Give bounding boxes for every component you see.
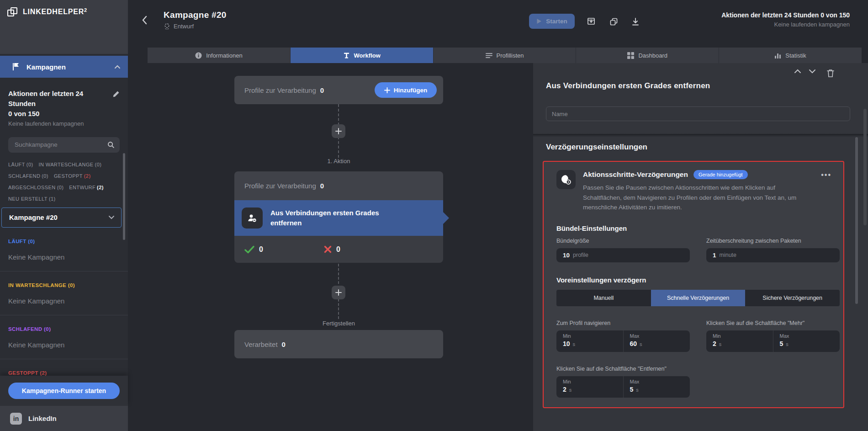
actions-summary-title: Aktionen der letzten 24 Stunden — [8, 89, 100, 109]
action-header-label: Profile zur Verarbeitung — [244, 182, 316, 190]
group-empty-text: Keine Kampagnen — [8, 297, 120, 315]
filter-warteschlange[interactable]: IN WARTESCHLANGE(0) — [39, 162, 102, 167]
workflow-canvas: Profile zur Verarbeitung 0 Hinzufügen 1.… — [234, 0, 443, 431]
navigate-profile-minmax: Min 10s Max 60s — [556, 330, 690, 352]
search-icon[interactable] — [107, 141, 115, 149]
app-logo-icon — [6, 6, 18, 18]
chevron-up-icon[interactable] — [114, 65, 121, 69]
filter-gestoppt[interactable]: GESTOPPT(2) — [54, 173, 91, 179]
selected-campaign[interactable]: Kampagne #20 — [1, 208, 122, 228]
max-input[interactable]: Max 5s — [623, 376, 690, 398]
fail-count: 0 — [336, 245, 340, 254]
filter-neu-erstellt[interactable]: NEU ERSTELLT(1) — [8, 196, 56, 202]
action-card-header: Profile zur Verarbeitung 0 — [234, 171, 443, 200]
sidebar: LINKEDHELPER2 Kampagnen Aktionen der let… — [0, 0, 128, 431]
divider — [0, 271, 128, 271]
play-icon — [536, 18, 542, 24]
header-stats-line2: Keine laufenden kampagnen — [721, 21, 850, 28]
selected-campaign-name: Kampagne #20 — [9, 213, 108, 221]
trash-icon[interactable] — [827, 69, 834, 77]
delay-card-description: Passen Sie die Pausen zwischen Aktionssc… — [583, 183, 808, 213]
move-down-icon[interactable] — [809, 69, 816, 77]
group-title: GESTOPPT (2) — [8, 370, 120, 376]
draft-status-icon — [164, 23, 170, 30]
action-name-input[interactable] — [546, 106, 850, 121]
campaign-runner-start-button[interactable]: Kampagnen-Runner starten — [8, 383, 120, 399]
add-action-button-bottom[interactable] — [332, 286, 345, 299]
logo-area: LINKEDHELPER2 — [0, 0, 128, 54]
just-added-badge: Gerade hinzugefügt — [693, 170, 748, 179]
tab-dashboard[interactable]: Dashboard — [576, 48, 719, 63]
add-action-button-top[interactable] — [332, 124, 345, 138]
window-scrollbar[interactable] — [863, 109, 867, 225]
preset-schnelle-verzoegerungen[interactable]: Schnelle Verzögerungen — [651, 290, 746, 306]
linkedin-footer[interactable]: in LinkedIn — [0, 406, 128, 431]
group-warteschlange: IN WARTESCHLANGE (0) Keine Kampagnen — [0, 282, 128, 315]
app-logo-text: LINKEDHELPER2 — [23, 8, 87, 16]
filter-entwurf[interactable]: ENTWURF(2) — [69, 185, 103, 190]
plus-icon — [384, 87, 390, 93]
success-stat[interactable]: 0 — [244, 245, 263, 254]
tab-profillisten[interactable]: Profillisten — [434, 48, 577, 63]
back-icon[interactable] — [142, 16, 148, 25]
processed-count: 0 — [282, 341, 286, 348]
actions-summary: Aktionen der letzten 24 Stunden 0 von 15… — [0, 78, 128, 127]
check-icon — [244, 245, 254, 254]
status-badge: Entwurf — [164, 23, 227, 30]
fail-stat[interactable]: 0 — [324, 245, 340, 254]
bundle-size-input[interactable]: 10 profile — [556, 248, 690, 262]
action-step-delays-card: Aktionsschritte-Verzögerungen Gerade hin… — [543, 161, 844, 408]
click-more-label: Klicken Sie auf die Schaltfläche "Mehr" — [706, 320, 840, 326]
copy-icon[interactable] — [607, 15, 620, 28]
action-settings-panel: Aus Verbindungen ersten Grades entfernen… — [533, 63, 868, 431]
min-input[interactable]: Min 2s — [556, 376, 623, 398]
max-input[interactable]: Max 60s — [623, 330, 690, 352]
bar-chart-icon — [774, 52, 781, 59]
sidebar-item-kampagnen[interactable]: Kampagnen — [0, 56, 128, 78]
group-empty-text: Keine Kampagnen — [8, 253, 120, 271]
source-card-count: 0 — [320, 86, 324, 94]
processed-card[interactable]: Verarbeitet 0 — [234, 330, 443, 358]
person-remove-icon — [242, 208, 263, 229]
start-campaign-button[interactable]: Starten — [529, 14, 575, 29]
action-delay-icon — [556, 170, 576, 189]
source-card-label: Profile zur Verarbeitung — [244, 86, 316, 94]
search-input[interactable] — [15, 141, 104, 148]
status-label: Entwurf — [174, 23, 194, 30]
sidebar-item-label: Kampagnen — [26, 63, 114, 71]
linkedin-icon: in — [10, 413, 22, 425]
campaign-title-block: Kampagne #20 Entwurf — [164, 10, 227, 30]
sidebar-scrollbar[interactable] — [123, 153, 125, 240]
group-title: LÄUFT (0) — [8, 239, 120, 244]
delay-preset-segmented-control: Manuell Schnelle Verzögerungen Sichere V… — [556, 290, 840, 306]
add-profiles-button[interactable]: Hinzufügen — [375, 82, 437, 98]
download-icon[interactable] — [629, 15, 642, 28]
max-input[interactable]: Max 5s — [773, 330, 840, 352]
filter-abgeschlossen[interactable]: ABGESCHLOSSEN(0) — [8, 185, 64, 190]
min-input[interactable]: Min 10s — [556, 330, 623, 352]
header-stats-line1: Aktionen der letzten 24 Stunden 0 von 15… — [721, 11, 850, 19]
click-remove-minmax: Min 2s Max 5s — [556, 376, 690, 398]
x-icon — [324, 245, 332, 253]
min-input[interactable]: Min 2s — [706, 330, 773, 352]
more-options-icon[interactable]: ••• — [821, 171, 831, 179]
list-icon — [486, 53, 492, 59]
action-title: Aus Verbindungen ersten Grades entfernen — [270, 208, 408, 229]
timeout-input[interactable]: 1 minute — [706, 248, 840, 262]
campaign-search — [8, 137, 120, 153]
preset-sichere-verzoegerungen[interactable]: Sichere Verzögerungen — [745, 290, 840, 306]
tab-statistik[interactable]: Statistik — [719, 48, 862, 63]
profiles-source-card[interactable]: Profile zur Verarbeitung 0 Hinzufügen — [234, 76, 443, 104]
edit-icon[interactable] — [112, 90, 120, 98]
chevron-down-icon[interactable] — [108, 215, 115, 219]
action-step-remove-connections[interactable]: Aus Verbindungen ersten Grades entfernen — [234, 200, 443, 236]
step-label: 1. Aktion — [234, 158, 443, 165]
filter-laeuft[interactable]: LÄUFT(0) — [8, 162, 33, 167]
move-up-icon[interactable] — [794, 69, 801, 77]
divider — [0, 315, 128, 315]
preset-manuell[interactable]: Manuell — [556, 290, 651, 306]
panel-scrollbar[interactable] — [855, 137, 858, 304]
filter-schlafend[interactable]: SCHLAFEND(0) — [8, 173, 48, 179]
panel-toolbar — [794, 69, 834, 77]
archive-icon[interactable] — [585, 15, 598, 28]
